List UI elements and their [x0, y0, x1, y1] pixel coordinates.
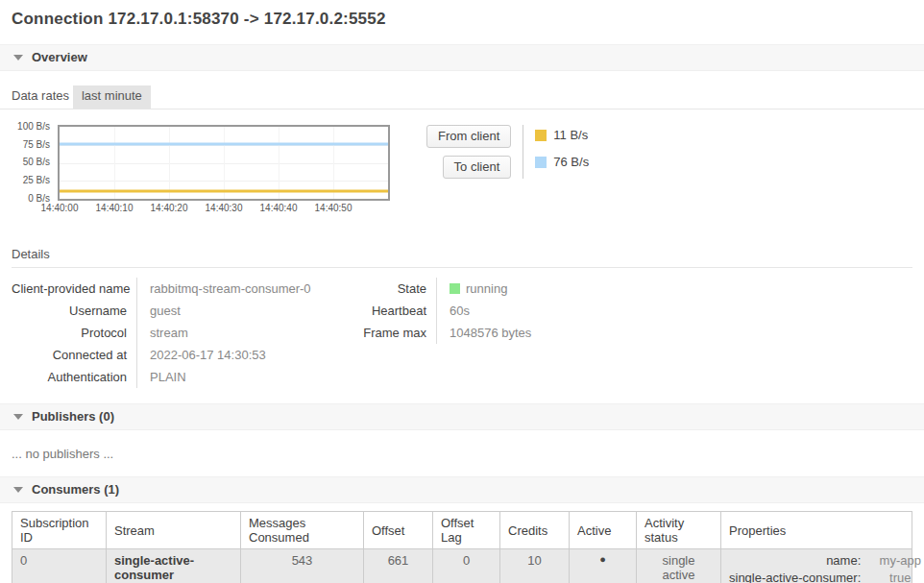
col-header-messages-consumed: Messages Consumed [241, 512, 364, 549]
chart-y-axis: 100 B/s 75 B/s 50 B/s 25 B/s 0 B/s [12, 125, 54, 201]
frame-max-value: 1048576 bytes [436, 322, 531, 344]
details-left-table: Client-provided name rabbitmq-stream-con… [12, 278, 355, 388]
messages-consumed-cell: 543 [241, 549, 364, 583]
to-client-series-line [60, 143, 388, 146]
x-tick-label: 14:40:30 [206, 203, 243, 213]
detail-label: Client-provided name [12, 278, 136, 300]
offset-cell: 661 [364, 549, 433, 583]
x-tick-label: 14:40:40 [260, 203, 298, 213]
x-tick-label: 14:40:20 [151, 203, 188, 213]
active-indicator-icon: ● [570, 549, 637, 583]
y-tick-label: 50 B/s [23, 157, 50, 168]
x-tick-label: 14:40:50 [315, 203, 353, 213]
property-key: name: [729, 553, 861, 568]
state-value: running [436, 278, 531, 300]
consumers-table: Subscription ID Stream Messages Consumed… [12, 511, 912, 583]
page-title: Connection 172.17.0.1:58370 -> 172.17.0.… [0, 0, 924, 29]
y-tick-label: 75 B/s [23, 139, 50, 151]
detail-label: Connected at [12, 344, 136, 366]
data-rates-tabs: Data rateslast minute [0, 85, 924, 109]
to-client-rate: 76 B/s [553, 155, 589, 169]
to-client-button[interactable]: To client [443, 156, 512, 179]
col-header-credits: Credits [500, 512, 570, 549]
to-client-swatch-icon [535, 157, 547, 168]
from-client-swatch-icon [535, 130, 547, 141]
from-client-button[interactable]: From client [426, 125, 511, 148]
gridline [114, 127, 115, 199]
section-header-overview[interactable]: Overview [0, 44, 924, 71]
detail-label: Username [12, 300, 136, 322]
col-header-properties: Properties [721, 512, 912, 549]
username-value: guest [136, 300, 355, 322]
section-header-publishers[interactable]: Publishers (0) [0, 403, 924, 430]
details-section: Client-provided name rabbitmq-stream-con… [12, 278, 924, 388]
detail-label: Authentication [12, 366, 136, 388]
detail-label: Protocol [12, 322, 136, 344]
col-header-offset-lag: Offset Lag [433, 512, 500, 549]
collapse-arrow-icon [13, 55, 23, 61]
gridline [279, 127, 280, 199]
chart-legend: From client To client 11 B/s 76 B/s [426, 125, 589, 179]
x-tick-label: 14:40:10 [96, 203, 134, 213]
detail-label: Frame max [355, 322, 436, 344]
connected-at-value: 2022-06-17 14:30:53 [136, 344, 355, 366]
from-client-rate: 11 B/s [553, 128, 588, 142]
details-right-table: State running Heartbeat 60s Frame max 10… [355, 278, 531, 388]
y-tick-label: 100 B/s [17, 121, 50, 133]
property-key: single-active-consumer: [729, 571, 861, 583]
from-client-series-line [60, 189, 388, 192]
authentication-value: PLAIN [136, 366, 355, 388]
y-tick-label: 25 B/s [23, 175, 50, 186]
consumers-table-header-row: Subscription ID Stream Messages Consumed… [12, 512, 912, 549]
chart-x-axis: 14:40:00 14:40:10 14:40:20 14:40:30 14:4… [58, 203, 390, 216]
section-header-consumers-label: Consumers (1) [32, 482, 119, 497]
state-running-swatch-icon [450, 283, 460, 294]
data-rates-label: Data rates [12, 85, 73, 108]
credits-cell: 10 [500, 549, 570, 583]
property-value: my-app [870, 553, 924, 568]
legend-entry-from-client: 11 B/s [535, 128, 589, 142]
detail-label: State [355, 278, 436, 300]
gridline [333, 127, 334, 199]
activity-status-cell: single active [637, 549, 721, 583]
col-header-stream: Stream [107, 512, 241, 549]
offset-lag-cell: 0 [433, 549, 500, 583]
col-header-subscription-id: Subscription ID [12, 512, 107, 549]
tab-last-minute[interactable]: last minute [73, 85, 151, 109]
collapse-arrow-icon [13, 414, 23, 420]
consumer-row: 0 single-active-consumer 543 661 0 10 ● … [12, 549, 912, 583]
stream-name-link[interactable]: single-active-consumer [107, 549, 241, 583]
state-text: running [466, 281, 507, 296]
col-header-offset: Offset [364, 512, 433, 549]
details-heading: Details [12, 247, 912, 268]
heartbeat-value: 60s [436, 300, 531, 322]
x-tick-label: 14:40:00 [41, 203, 79, 213]
properties-cell: name: my-app single-active-consumer: tru… [721, 549, 912, 583]
chart-plot-area [58, 125, 390, 201]
collapse-arrow-icon [13, 487, 23, 493]
rate-chart: 100 B/s 75 B/s 50 B/s 25 B/s 0 B/s 14:40… [12, 125, 390, 216]
gridline [224, 127, 225, 199]
legend-entry-to-client: 76 B/s [535, 155, 589, 169]
subscription-id-cell: 0 [12, 549, 107, 583]
col-header-active: Active [570, 512, 637, 549]
protocol-value: stream [136, 322, 355, 344]
gridline [169, 127, 170, 199]
no-publishers-text: ... no publishers ... [12, 447, 912, 461]
section-header-publishers-label: Publishers (0) [32, 409, 114, 424]
legend-divider [523, 125, 523, 179]
client-provided-name-value: rabbitmq-stream-consumer-0 [136, 278, 355, 300]
col-header-activity-status: Activity status [637, 512, 721, 549]
detail-label: Heartbeat [355, 300, 436, 322]
section-header-consumers[interactable]: Consumers (1) [0, 476, 924, 503]
property-value: true [870, 571, 924, 583]
section-header-overview-label: Overview [32, 50, 87, 64]
data-rates-chart-area: 100 B/s 75 B/s 50 B/s 25 B/s 0 B/s 14:40… [12, 125, 924, 216]
